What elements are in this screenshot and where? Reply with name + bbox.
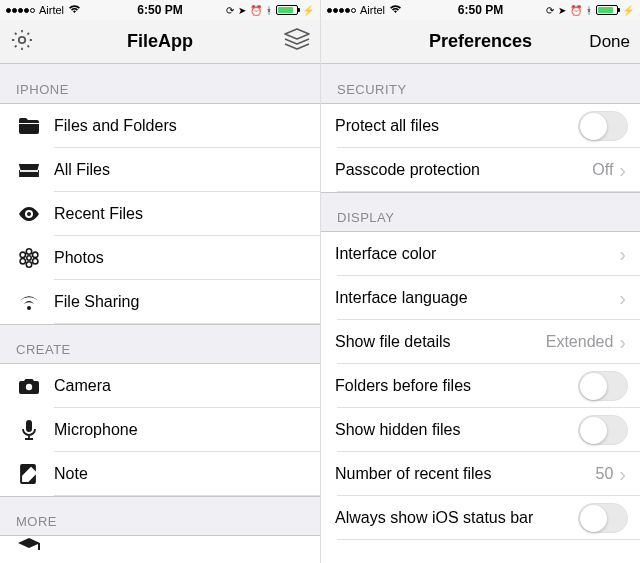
interface-language-row[interactable]: Interface language › xyxy=(321,276,640,320)
always-status-switch[interactable] xyxy=(578,503,628,533)
location-icon: ➤ xyxy=(238,5,246,16)
protect-all-row[interactable]: Protect all files xyxy=(321,104,640,148)
alarm-icon: ⏰ xyxy=(250,5,262,16)
note-icon xyxy=(14,462,44,486)
cell-label: File Sharing xyxy=(54,293,306,311)
bluetooth-icon: ᚼ xyxy=(266,5,272,16)
left-screen: Airtel 6:50 PM ⟳ ➤ ⏰ ᚼ ⚡ FileApp xyxy=(0,0,320,563)
cell-label: Always show iOS status bar xyxy=(335,509,578,527)
layers-button[interactable] xyxy=(284,28,310,55)
svg-point-5 xyxy=(20,252,25,257)
stack-icon xyxy=(284,35,310,54)
chevron-right-icon: › xyxy=(619,160,626,180)
show-hidden-switch[interactable] xyxy=(578,415,628,445)
camera-row[interactable]: Camera xyxy=(0,364,320,408)
interface-color-row[interactable]: Interface color › xyxy=(321,232,640,276)
rotation-lock-icon: ⟳ xyxy=(546,5,554,16)
graduation-icon xyxy=(14,536,44,558)
section-create: CREATE xyxy=(0,324,320,364)
cell-value: 50 xyxy=(596,465,614,483)
signal-icon xyxy=(327,8,356,13)
section-security: SECURITY xyxy=(321,64,640,104)
charging-icon: ⚡ xyxy=(622,5,634,16)
eye-icon xyxy=(14,202,44,226)
svg-point-6 xyxy=(33,252,38,257)
cell-label: Photos xyxy=(54,249,306,267)
svg-point-7 xyxy=(20,259,25,264)
left-content: IPHONE Files and Folders All Files Recen… xyxy=(0,64,320,563)
cell-label: Camera xyxy=(54,377,306,395)
nav-bar: FileApp xyxy=(0,20,320,64)
svg-point-0 xyxy=(19,36,25,42)
alarm-icon: ⏰ xyxy=(570,5,582,16)
microphone-row[interactable]: Microphone xyxy=(0,408,320,452)
recent-files-row[interactable]: Recent Files xyxy=(0,192,320,236)
cell-label: Show hidden files xyxy=(335,421,578,439)
page-title: FileApp xyxy=(0,31,320,52)
flower-icon xyxy=(14,246,44,270)
status-bar: Airtel 6:50 PM ⟳ ➤ ⏰ ᚼ ⚡ xyxy=(0,0,320,20)
svg-point-4 xyxy=(26,262,31,267)
settings-button[interactable] xyxy=(10,28,34,56)
folders-before-row[interactable]: Folders before files xyxy=(321,364,640,408)
chevron-right-icon: › xyxy=(619,332,626,352)
note-row[interactable]: Note xyxy=(0,452,320,496)
wifi-icon xyxy=(68,4,81,16)
cell-label: Note xyxy=(54,465,306,483)
cell-label: Protect all files xyxy=(335,117,578,135)
wifi-icon xyxy=(389,4,402,16)
always-status-row[interactable]: Always show iOS status bar xyxy=(321,496,640,540)
signal-icon xyxy=(6,8,35,13)
svg-point-9 xyxy=(26,384,32,390)
cell-label: All Files xyxy=(54,161,306,179)
svg-point-2 xyxy=(27,256,31,260)
show-file-details-row[interactable]: Show file details Extended › xyxy=(321,320,640,364)
bluetooth-icon: ᚼ xyxy=(586,5,592,16)
photos-row[interactable]: Photos xyxy=(0,236,320,280)
passcode-row[interactable]: Passcode protection Off › xyxy=(321,148,640,192)
section-iphone: IPHONE xyxy=(0,64,320,104)
status-bar: Airtel 6:50 PM ⟳ ➤ ⏰ ᚼ ⚡ xyxy=(321,0,640,20)
section-more: MORE xyxy=(0,496,320,536)
svg-point-8 xyxy=(33,259,38,264)
rotation-lock-icon: ⟳ xyxy=(226,5,234,16)
carrier-label: Airtel xyxy=(39,4,64,16)
done-button[interactable]: Done xyxy=(589,32,630,52)
chevron-right-icon: › xyxy=(619,464,626,484)
microphone-icon xyxy=(14,418,44,442)
chevron-right-icon: › xyxy=(619,288,626,308)
cell-label: Folders before files xyxy=(335,377,578,395)
tray-icon xyxy=(14,158,44,182)
wifi-icon xyxy=(14,290,44,314)
carrier-label: Airtel xyxy=(360,4,385,16)
cell-label: Interface language xyxy=(335,289,619,307)
nav-bar: Preferences Done xyxy=(321,20,640,64)
folders-before-switch[interactable] xyxy=(578,371,628,401)
cell-label: Show file details xyxy=(335,333,546,351)
more-row[interactable] xyxy=(0,536,320,558)
all-files-row[interactable]: All Files xyxy=(0,148,320,192)
file-sharing-row[interactable]: File Sharing xyxy=(0,280,320,324)
cell-value: Extended xyxy=(546,333,614,351)
charging-icon: ⚡ xyxy=(302,5,314,16)
gear-icon xyxy=(10,38,34,55)
svg-point-3 xyxy=(26,249,31,254)
cell-label: Microphone xyxy=(54,421,306,439)
protect-all-switch[interactable] xyxy=(578,111,628,141)
camera-icon xyxy=(14,374,44,398)
clock-label: 6:50 PM xyxy=(458,3,503,17)
cell-label: Recent Files xyxy=(54,205,306,223)
section-display: DISPLAY xyxy=(321,192,640,232)
folder-icon xyxy=(14,114,44,138)
files-folders-row[interactable]: Files and Folders xyxy=(0,104,320,148)
svg-point-1 xyxy=(27,212,31,216)
show-hidden-row[interactable]: Show hidden files xyxy=(321,408,640,452)
cell-label: Interface color xyxy=(335,245,619,263)
battery-icon xyxy=(276,5,298,15)
right-content: SECURITY Protect all files Passcode prot… xyxy=(321,64,640,563)
recent-number-row[interactable]: Number of recent files 50 › xyxy=(321,452,640,496)
clock-label: 6:50 PM xyxy=(137,3,182,17)
chevron-right-icon: › xyxy=(619,244,626,264)
cell-label: Files and Folders xyxy=(54,117,306,135)
battery-icon xyxy=(596,5,618,15)
